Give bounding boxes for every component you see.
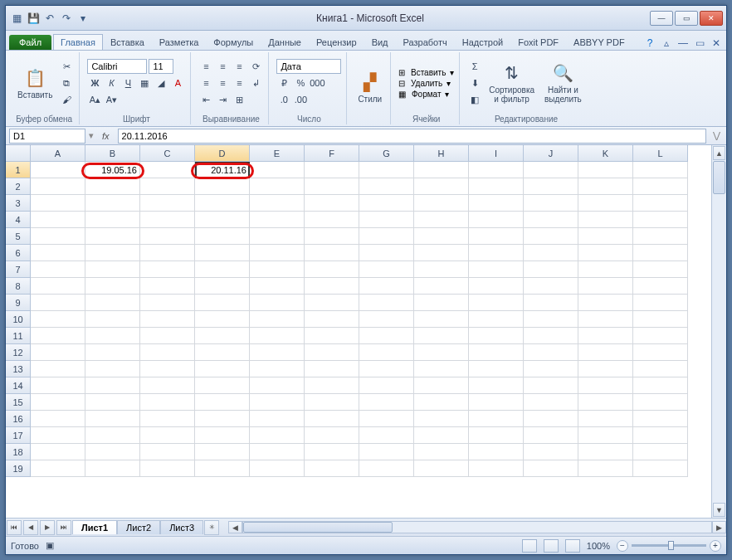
cell-B13[interactable] <box>85 361 140 377</box>
name-box[interactable]: D1 <box>9 129 85 144</box>
sheet-tab-1[interactable]: Лист1 <box>72 520 117 534</box>
cell-E4[interactable] <box>250 212 305 228</box>
doc-minimize-icon[interactable]: — <box>676 37 690 50</box>
cell-L3[interactable] <box>633 195 688 212</box>
sheet-first-icon[interactable]: ⏮ <box>7 520 22 535</box>
cell-G5[interactable] <box>359 228 414 245</box>
row-header-9[interactable]: 9 <box>6 295 31 311</box>
row-header-10[interactable]: 10 <box>6 311 31 328</box>
cell-J11[interactable] <box>524 328 578 344</box>
row-header-16[interactable]: 16 <box>6 411 31 427</box>
cell-I1[interactable] <box>469 162 524 178</box>
cell-C12[interactable] <box>140 344 195 361</box>
merge-cells-icon[interactable]: ⊞ <box>232 92 246 107</box>
cell-L5[interactable] <box>633 228 688 245</box>
cell-B1[interactable]: 19.05.16 <box>85 162 140 178</box>
cell-K12[interactable] <box>578 344 633 361</box>
cell-B8[interactable] <box>85 278 140 295</box>
fill-icon[interactable]: ⬇ <box>467 75 482 90</box>
cell-K8[interactable] <box>578 278 633 295</box>
align-center-icon[interactable]: ≡ <box>215 75 230 90</box>
cell-H6[interactable] <box>414 245 469 261</box>
cell-A13[interactable] <box>31 361 85 377</box>
tab-data[interactable]: Данные <box>261 34 309 50</box>
select-all-corner[interactable] <box>6 145 31 162</box>
cell-L18[interactable] <box>633 444 688 460</box>
cell-B15[interactable] <box>85 394 140 411</box>
cell-B10[interactable] <box>85 311 140 328</box>
cell-L6[interactable] <box>633 245 688 261</box>
cell-I18[interactable] <box>469 444 524 460</box>
row-header-18[interactable]: 18 <box>6 444 31 460</box>
cell-B16[interactable] <box>85 411 140 427</box>
cell-D4[interactable] <box>195 212 250 228</box>
cell-C6[interactable] <box>140 245 195 261</box>
cell-E16[interactable] <box>250 411 305 427</box>
cell-L2[interactable] <box>633 178 688 195</box>
cell-J8[interactable] <box>524 278 578 295</box>
cell-K16[interactable] <box>578 411 633 427</box>
cell-H2[interactable] <box>414 178 469 195</box>
formula-expand-icon[interactable]: ⋁ <box>710 130 723 141</box>
cell-H5[interactable] <box>414 228 469 245</box>
clear-icon[interactable]: ◧ <box>467 92 482 107</box>
cell-C11[interactable] <box>140 328 195 344</box>
cell-D11[interactable] <box>195 328 250 344</box>
cell-K14[interactable] <box>578 377 633 394</box>
cell-C19[interactable] <box>140 460 195 477</box>
cell-J17[interactable] <box>524 427 578 444</box>
cell-D5[interactable] <box>195 228 250 245</box>
cell-L8[interactable] <box>633 278 688 295</box>
cell-F8[interactable] <box>305 278 359 295</box>
help-icon[interactable]: ? <box>643 37 656 50</box>
grid[interactable]: ABCDEFGHIJKL 119.05.1620.11.162345678910… <box>6 145 711 518</box>
cell-G6[interactable] <box>359 245 414 261</box>
cell-G11[interactable] <box>359 328 414 344</box>
cell-D12[interactable] <box>195 344 250 361</box>
insert-cells-button[interactable]: ⊞ Вставить ▾ <box>398 68 454 77</box>
cell-G2[interactable] <box>359 178 414 195</box>
cell-I14[interactable] <box>469 377 524 394</box>
cell-E15[interactable] <box>250 394 305 411</box>
cell-A17[interactable] <box>31 427 85 444</box>
cell-H13[interactable] <box>414 361 469 377</box>
col-header-J[interactable]: J <box>524 145 578 162</box>
format-cells-button[interactable]: ▦ Формат ▾ <box>398 90 454 99</box>
cell-D9[interactable] <box>195 295 250 311</box>
currency-icon[interactable]: ₽ <box>276 75 291 90</box>
cell-G3[interactable] <box>359 195 414 212</box>
zoom-knob[interactable] <box>668 541 674 550</box>
cell-F4[interactable] <box>305 212 359 228</box>
cell-J18[interactable] <box>524 444 578 460</box>
cell-B17[interactable] <box>85 427 140 444</box>
tab-developer[interactable]: Разработч <box>396 34 455 50</box>
cell-K11[interactable] <box>578 328 633 344</box>
col-header-G[interactable]: G <box>359 145 414 162</box>
scroll-right-icon[interactable]: ▶ <box>712 521 726 533</box>
col-header-A[interactable]: A <box>31 145 85 162</box>
border-button[interactable]: ▦ <box>137 75 152 90</box>
cell-J19[interactable] <box>524 460 578 477</box>
underline-button[interactable]: Ч <box>120 75 135 90</box>
orientation-icon[interactable]: ⟳ <box>248 59 263 74</box>
scroll-up-icon[interactable]: ▲ <box>713 146 725 160</box>
cell-I5[interactable] <box>469 228 524 245</box>
cell-D15[interactable] <box>195 394 250 411</box>
cell-F6[interactable] <box>305 245 359 261</box>
cell-D17[interactable] <box>195 427 250 444</box>
cell-F18[interactable] <box>305 444 359 460</box>
cell-J10[interactable] <box>524 311 578 328</box>
cell-I2[interactable] <box>469 178 524 195</box>
row-header-12[interactable]: 12 <box>6 344 31 361</box>
row-header-6[interactable]: 6 <box>6 245 31 261</box>
cell-I6[interactable] <box>469 245 524 261</box>
cell-E14[interactable] <box>250 377 305 394</box>
qat-dropdown-icon[interactable]: ▾ <box>76 11 90 26</box>
cell-H18[interactable] <box>414 444 469 460</box>
view-normal-icon[interactable] <box>522 539 537 553</box>
cell-B14[interactable] <box>85 377 140 394</box>
col-header-D[interactable]: D <box>195 145 250 162</box>
percent-icon[interactable]: % <box>293 75 308 90</box>
row-header-3[interactable]: 3 <box>6 195 31 212</box>
cell-B5[interactable] <box>85 228 140 245</box>
